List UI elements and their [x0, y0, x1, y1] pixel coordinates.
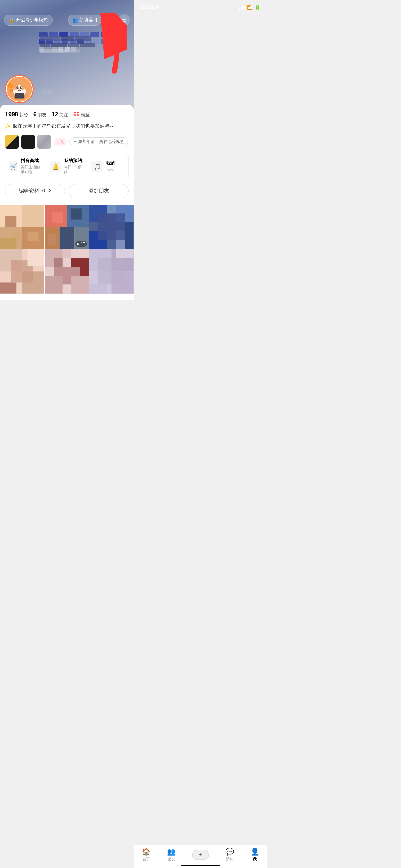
- visitor-count: 4: [95, 18, 97, 23]
- svg-rect-29: [49, 234, 56, 245]
- feature-reservation[interactable]: 🔔 我的预约 今日1个预约: [47, 153, 88, 180]
- cover-bottom-text: [42, 89, 52, 94]
- video-play-count: ▶ 17: [75, 241, 87, 247]
- svg-rect-44: [27, 249, 44, 266]
- following-count: 12: [52, 111, 58, 118]
- lock-icon: 🔒: [9, 18, 14, 23]
- play-count: 17: [81, 242, 85, 246]
- svg-rect-27: [52, 212, 63, 223]
- cover-area: 🔒 开启青少年模式 👥 新访客 4 🔍 ☰: [0, 0, 134, 110]
- svg-rect-58: [98, 258, 125, 285]
- friends-count: 6: [33, 111, 36, 118]
- svg-rect-51: [62, 249, 71, 258]
- grid-item-1[interactable]: [0, 205, 44, 249]
- add-tag-label: 添加年龄、所在地等标签: [78, 139, 124, 145]
- feature-row: 🛒 抖音商城 美好生活触手可得 🔔 我的预约 今日1个预约 🎵 我的 已收: [5, 153, 128, 180]
- mall-title: 抖音商城: [21, 158, 42, 164]
- following-label: 关注: [59, 112, 68, 118]
- music-icon: 🎵: [91, 161, 103, 173]
- username-blocks: [40, 35, 95, 53]
- followers-count: 66: [73, 111, 80, 118]
- mall-sub: 美好生活触手可得: [21, 164, 42, 175]
- gender-icon: ♀: [56, 140, 59, 144]
- followers-label: 粉丝: [81, 112, 90, 118]
- svg-rect-15: [22, 205, 44, 227]
- grid-item-6[interactable]: [89, 249, 134, 293]
- svg-rect-11: [14, 93, 24, 98]
- svg-rect-43: [0, 283, 17, 293]
- visitor-label: 新访客: [80, 17, 93, 23]
- gender-label: 女: [60, 139, 64, 145]
- open-mode-button[interactable]: 🔒 开启青少年模式: [4, 14, 53, 26]
- svg-rect-18: [5, 216, 17, 227]
- visitor-icon: 👥: [72, 18, 78, 23]
- stat-following[interactable]: 12 关注: [52, 111, 68, 118]
- menu-button[interactable]: ☰: [118, 14, 130, 26]
- search-icon: 🔍: [106, 17, 113, 23]
- search-button[interactable]: 🔍: [104, 14, 116, 26]
- svg-point-9: [21, 87, 22, 88]
- svg-rect-52: [54, 258, 62, 267]
- gender-badge: ♀ 女: [54, 138, 67, 146]
- svg-rect-36: [107, 205, 116, 213]
- grid-item-3[interactable]: [89, 205, 134, 249]
- svg-rect-60: [116, 249, 134, 258]
- avatar-image: [7, 76, 32, 102]
- tag-image-3: [37, 135, 51, 149]
- bio-text: ✨ 躲在云层里的星星都在发光，我们也要加油鸭～: [5, 122, 128, 130]
- play-icon: ▶: [77, 242, 80, 246]
- tags-row: ♀ 女 ＋ 添加年龄、所在地等标签: [5, 135, 128, 149]
- stat-friends: 6 朋友: [33, 111, 47, 118]
- open-mode-label: 开启青少年模式: [16, 17, 48, 23]
- friends-label: 朋友: [37, 112, 47, 118]
- mall-icon: 🛒: [9, 161, 18, 173]
- plus-icon: ＋: [73, 139, 77, 144]
- svg-point-12: [8, 83, 13, 88]
- menu-icon: ☰: [121, 17, 127, 24]
- profile-card: 1998 获赞 6 朋友 12 关注 66 粉丝 ✨ 躲在云层里的星星都在发光，…: [0, 104, 134, 300]
- svg-rect-59: [89, 285, 107, 293]
- reservation-sub: 今日1个预约: [64, 164, 83, 175]
- add-friend-button[interactable]: 添加朋友: [69, 184, 128, 198]
- svg-rect-21: [0, 238, 17, 249]
- svg-rect-49: [45, 276, 63, 293]
- tag-image-2: [21, 135, 35, 149]
- grid-item-5[interactable]: [45, 249, 89, 293]
- stats-row: 1998 获赞 6 朋友 12 关注 66 粉丝: [5, 111, 128, 118]
- avatar-container: [5, 75, 34, 103]
- svg-rect-38: [125, 222, 134, 249]
- svg-rect-37: [89, 222, 98, 231]
- content-grid: ▶ 17: [0, 205, 134, 293]
- reservation-title: 我的预约: [64, 158, 83, 164]
- likes-label: 获赞: [19, 112, 28, 118]
- svg-rect-28: [70, 208, 81, 219]
- grid-item-4[interactable]: [0, 249, 44, 293]
- likes-count: 1998: [5, 111, 18, 118]
- avatar[interactable]: [5, 75, 34, 103]
- stat-likes: 1998 获赞: [5, 111, 28, 118]
- stat-followers[interactable]: 66 粉丝: [73, 111, 90, 118]
- svg-rect-19: [27, 232, 38, 241]
- music-title: 我的: [106, 160, 115, 166]
- music-sub: 已收: [106, 167, 115, 173]
- feature-music[interactable]: 🎵 我的 已收: [88, 153, 128, 180]
- top-nav: 🔒 开启青少年模式 👥 新访客 4 🔍 ☰: [0, 14, 134, 26]
- add-tag-button[interactable]: ＋ 添加年龄、所在地等标签: [69, 137, 128, 146]
- svg-rect-25: [59, 227, 74, 249]
- grid-item-2[interactable]: ▶ 17: [45, 205, 89, 249]
- svg-rect-35: [98, 213, 125, 240]
- visitor-button[interactable]: 👥 新访客 4: [68, 14, 101, 26]
- svg-rect-50: [71, 276, 89, 293]
- svg-point-10: [19, 89, 20, 90]
- feature-mall[interactable]: 🛒 抖音商城 美好生活触手可得: [5, 153, 47, 180]
- bell-icon: 🔔: [50, 161, 61, 173]
- svg-point-8: [18, 87, 19, 88]
- action-buttons: 编辑资料 70% 添加朋友: [5, 184, 128, 198]
- tag-image-1: [5, 135, 19, 149]
- edit-profile-button[interactable]: 编辑资料 70%: [5, 184, 65, 198]
